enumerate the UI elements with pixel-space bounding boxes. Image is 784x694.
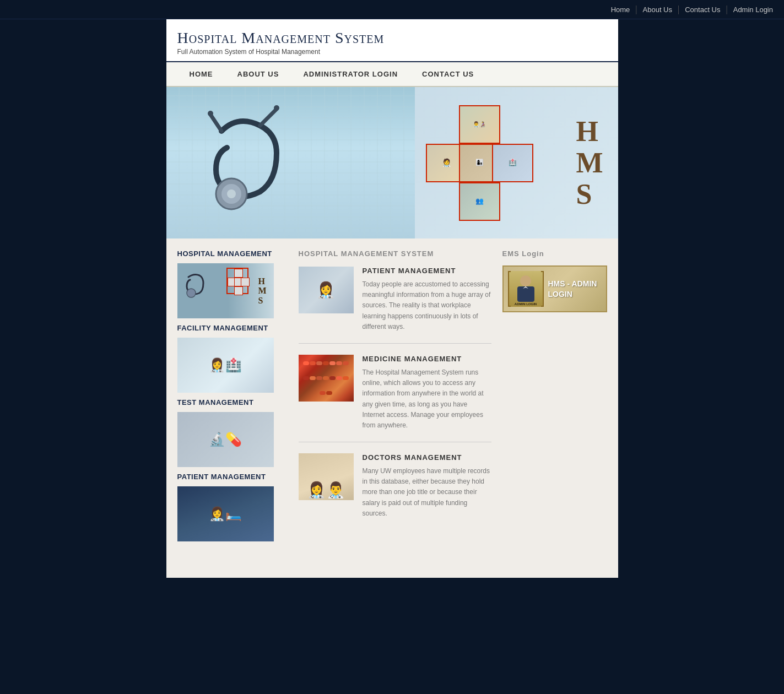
medicine-management-item: MEDICINE MANAGEMENT The Hospital Managem… [299,355,491,442]
doctors-mgmt-content: DOCTORS MANAGEMENT Many UW employees hav… [363,453,491,519]
medicine-mgmt-img [299,355,354,402]
banner-right: 👨‍⚕️👩‍🦽 🧑‍⚕️ 👩‍👦 [415,87,618,238]
patient-mgmt-desc: Today people are accustomed to accessing… [363,279,491,332]
svg-point-4 [274,105,279,111]
patient-mgmt-content: PATIENT MANAGEMENT Today people are accu… [363,267,491,332]
banner-left [166,87,415,238]
site-title: Hospital Management System [177,29,607,47]
admin-login-box[interactable]: ADMIN LOGIN HMS - ADMIN LOGIN [502,265,607,312]
ems-login-title: EMS Login [502,250,607,258]
doctors-mgmt-desc: Many UW employees have multiple records … [363,466,491,519]
svg-line-2 [260,109,277,126]
topbar-contact-link[interactable]: Contact Us [685,6,720,14]
top-bar: Home | About Us | Contact Us | Admin Log… [0,0,784,19]
patient-mgmt-image: 👩‍⚕️🛏️ [177,486,274,541]
stethoscope-illustration [188,98,354,225]
site-subtitle: Full Automation System of Hospital Manag… [177,48,607,56]
admin-person-icon: ADMIN LOGIN [511,271,541,307]
middle-column: HOSPITAL MANAGEMENT SYSTEM 👩‍⚕️ PATIENT … [299,250,491,545]
separator-1: | [635,4,639,14]
cross-cell-top: 👨‍⚕️👩‍🦽 [459,105,500,144]
cross-cell-mid-right: 🏥 [492,144,533,182]
patient-mgmt-heading: PATIENT MANAGEMENT [177,473,288,481]
test-mgmt-image: 🔬💊 [177,412,274,467]
topbar-about-link[interactable]: About Us [643,6,672,14]
right-column: EMS Login [502,250,607,545]
hms-section-title: HOSPITAL MANAGEMENT SYSTEM [299,250,491,258]
hms-banner-text: HMS [576,116,604,210]
nav-contact[interactable]: CONTACT US [410,62,486,86]
topbar-admin-link[interactable]: Admin Login [733,6,773,14]
left-column: HOSPITAL MANAGEMENT [177,250,288,545]
medicine-mgmt-desc: The Hospital Management System runs onli… [363,367,491,431]
content-area: HOSPITAL MANAGEMENT [166,238,618,556]
topbar-home-link[interactable]: Home [611,6,630,14]
keyboard-bg [166,87,415,238]
cross-cell-bottom: 👥 [459,182,500,221]
medicine-mgmt-content: MEDICINE MANAGEMENT The Hospital Managem… [363,355,491,431]
admin-login-label-line1: HMS - ADMIN [548,279,597,289]
admin-icon: ADMIN LOGIN [508,271,544,307]
medicine-mgmt-title: MEDICINE MANAGEMENT [363,355,491,363]
hospital-mgmt-banner: HMS [177,263,274,318]
nav-about[interactable]: ABOUT US [225,62,291,86]
admin-login-label-line2: LOGIN [548,289,572,299]
facility-mgmt-heading: FACILITY MANAGEMENT [177,324,288,332]
doctors-mgmt-img: 👩‍⚕️👨‍⚕️ [299,453,354,500]
mini-stethoscope [180,269,224,302]
svg-text:ADMIN LOGIN: ADMIN LOGIN [514,302,536,306]
svg-point-10 [520,275,531,286]
svg-rect-13 [517,286,534,302]
svg-line-1 [210,115,221,131]
doctors-management-item: 👩‍⚕️👨‍⚕️ DOCTORS MANAGEMENT Many UW empl… [299,453,491,530]
separator-3: | [726,4,730,14]
svg-point-8 [187,289,196,297]
separator-2: | [678,4,682,14]
hospital-mgmt-image: HMS [177,263,274,318]
site-header: Hospital Management System Full Automati… [166,19,618,62]
patient-mgmt-img: 👩‍⚕️ [299,267,354,313]
patient-mgmt-title: PATIENT MANAGEMENT [363,267,491,275]
banner: 👨‍⚕️👩‍🦽 🧑‍⚕️ 👩‍👦 [166,87,618,238]
nav-admin[interactable]: ADMINISTRATOR LOGIN [291,62,410,86]
test-mgmt-heading: TEST MANAGEMENT [177,398,288,406]
hospital-mgmt-heading: HOSPITAL MANAGEMENT [177,250,288,258]
svg-point-7 [227,189,236,198]
svg-point-3 [208,111,213,116]
facility-mgmt-image: 👩‍⚕️🏥 [177,338,274,393]
nav-home[interactable]: HOME [177,62,225,86]
doctors-mgmt-title: DOCTORS MANAGEMENT [363,453,491,462]
main-wrapper: Hospital Management System Full Automati… [166,19,618,578]
admin-label-area: HMS - ADMIN LOGIN [548,279,597,299]
patient-management-item: 👩‍⚕️ PATIENT MANAGEMENT Today people are… [299,267,491,344]
main-nav: HOME ABOUT US ADMINISTRATOR LOGIN CONTAC… [166,62,618,87]
cross-collage: 👨‍⚕️👩‍🦽 🧑‍⚕️ 👩‍👦 [426,105,533,221]
